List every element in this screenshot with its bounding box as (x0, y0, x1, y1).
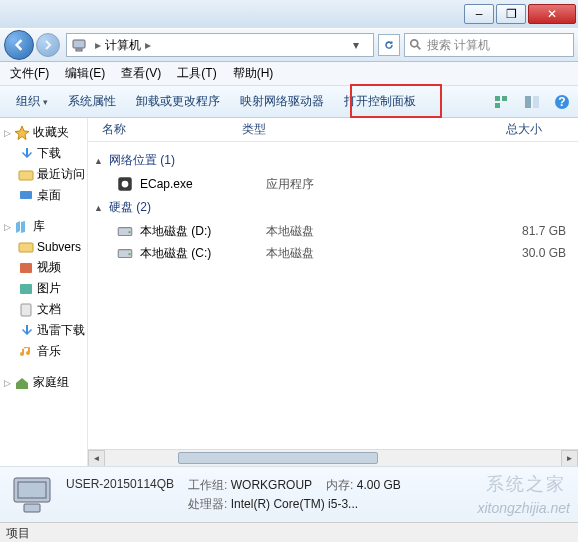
download-icon (18, 323, 34, 339)
breadcrumb-segment[interactable]: 计算机 (105, 37, 141, 54)
details-computer-name: USER-20150114QB (66, 477, 174, 494)
menu-bar: 文件(F) 编辑(E) 查看(V) 工具(T) 帮助(H) (0, 62, 578, 86)
sidebar-item-downloads[interactable]: 下载 (0, 143, 87, 164)
svg-text:?: ? (558, 95, 565, 109)
menu-tools[interactable]: 工具(T) (169, 63, 224, 84)
sidebar-item-desktop[interactable]: 桌面 (0, 185, 87, 206)
column-size[interactable]: 总大小 (422, 121, 542, 138)
svg-rect-4 (495, 96, 500, 101)
close-button[interactable]: ✕ (528, 4, 576, 24)
sidebar-item-pictures[interactable]: 图片 (0, 278, 87, 299)
list-item[interactable]: 本地磁盘 (C:)本地磁盘30.0 GB (88, 242, 578, 264)
chevron-down-icon: ▷ (4, 222, 14, 232)
sidebar-item-xunlei[interactable]: 迅雷下载 (0, 320, 87, 341)
menu-help[interactable]: 帮助(H) (225, 63, 282, 84)
sidebar-item-recent[interactable]: 最近访问 (0, 164, 87, 185)
chevron-down-icon: ▷ (4, 128, 14, 138)
svg-rect-8 (533, 96, 539, 108)
sidebar-favorites[interactable]: ▷ 收藏夹 (0, 122, 87, 143)
breadcrumb-dropdown[interactable]: ▾ (353, 38, 369, 52)
svg-rect-27 (24, 504, 40, 512)
svg-point-24 (128, 253, 130, 255)
uninstall-programs-button[interactable]: 卸载或更改程序 (126, 89, 230, 114)
folder-icon (18, 167, 34, 183)
scroll-thumb[interactable] (178, 452, 378, 464)
library-icon (14, 219, 30, 235)
svg-rect-1 (76, 49, 82, 51)
computer-icon (8, 474, 56, 516)
app-icon (116, 175, 134, 193)
document-icon (18, 302, 34, 318)
svg-point-20 (122, 181, 129, 188)
address-bar-row: ▸ 计算机 ▸ ▾ 搜索 计算机 (0, 28, 578, 62)
window-titlebar: – ❐ ✕ (0, 0, 578, 28)
svg-rect-0 (73, 40, 85, 48)
chevron-down-icon: ▲ (94, 156, 103, 166)
group-header[interactable]: ▲硬盘 (2) (88, 195, 578, 220)
menu-edit[interactable]: 编辑(E) (57, 63, 113, 84)
svg-rect-16 (20, 263, 32, 273)
maximize-button[interactable]: ❐ (496, 4, 526, 24)
search-icon (409, 38, 423, 52)
search-input[interactable]: 搜索 计算机 (404, 33, 574, 57)
help-button[interactable]: ? (552, 92, 572, 112)
svg-marker-14 (21, 221, 25, 233)
menu-view[interactable]: 查看(V) (113, 63, 169, 84)
drive-icon (116, 244, 134, 262)
menu-file[interactable]: 文件(F) (2, 63, 57, 84)
scroll-left-button[interactable]: ◄ (88, 450, 105, 466)
svg-rect-12 (20, 191, 32, 199)
video-icon (18, 260, 34, 276)
svg-rect-17 (20, 284, 32, 294)
music-icon (18, 344, 34, 360)
horizontal-scrollbar[interactable]: ◄ ► (88, 449, 578, 466)
open-control-panel-button[interactable]: 打开控制面板 (334, 89, 426, 114)
drive-icon (116, 222, 134, 240)
forward-button[interactable] (36, 33, 60, 57)
refresh-button[interactable] (378, 34, 400, 56)
status-bar: 项目 (0, 522, 578, 542)
refresh-icon (383, 39, 395, 51)
svg-marker-13 (16, 221, 20, 233)
sidebar-item-music[interactable]: 音乐 (0, 341, 87, 362)
sidebar: ▷ 收藏夹 下载 最近访问 桌面 ▷ 库 Subvers (0, 118, 88, 466)
chevron-down-icon: ▲ (94, 203, 103, 213)
column-name[interactable]: 名称 (102, 121, 242, 138)
system-properties-button[interactable]: 系统属性 (58, 89, 126, 114)
list-item[interactable]: ECap.exe应用程序 (88, 173, 578, 195)
map-network-drive-button[interactable]: 映射网络驱动器 (230, 89, 334, 114)
organize-button[interactable]: 组织 (6, 89, 58, 114)
sidebar-item-subversion[interactable]: Subvers (0, 237, 87, 257)
homegroup-icon (14, 375, 30, 391)
column-headers: 名称 类型 总大小 (88, 118, 578, 142)
svg-rect-18 (21, 304, 31, 316)
star-icon (14, 125, 30, 141)
toolbar: 组织 系统属性 卸载或更改程序 映射网络驱动器 打开控制面板 ? (0, 86, 578, 118)
group-header[interactable]: ▲网络位置 (1) (88, 148, 578, 173)
view-mode-button[interactable] (492, 92, 512, 112)
folder-icon (18, 239, 34, 255)
svg-rect-5 (502, 96, 507, 101)
svg-rect-11 (19, 171, 33, 180)
file-list-pane: 名称 类型 总大小 ▲网络位置 (1)ECap.exe应用程序▲硬盘 (2)本地… (88, 118, 578, 466)
sidebar-item-documents[interactable]: 文档 (0, 299, 87, 320)
minimize-button[interactable]: – (464, 4, 494, 24)
list-item[interactable]: 本地磁盘 (D:)本地磁盘81.7 GB (88, 220, 578, 242)
sidebar-item-videos[interactable]: 视频 (0, 257, 87, 278)
download-icon (18, 146, 34, 162)
back-button[interactable] (4, 30, 34, 60)
sidebar-homegroup[interactable]: ▷ 家庭组 (0, 372, 87, 393)
svg-point-22 (128, 231, 130, 233)
breadcrumb-sep: ▸ (145, 38, 151, 52)
status-label: 项目 (6, 525, 30, 542)
desktop-icon (18, 188, 34, 204)
column-type[interactable]: 类型 (242, 121, 422, 138)
scroll-right-button[interactable]: ► (561, 450, 578, 466)
svg-rect-26 (18, 482, 46, 498)
sidebar-libraries[interactable]: ▷ 库 (0, 216, 87, 237)
breadcrumb[interactable]: ▸ 计算机 ▸ ▾ (66, 33, 374, 57)
picture-icon (18, 281, 34, 297)
svg-rect-7 (525, 96, 531, 108)
computer-icon (71, 37, 87, 53)
preview-pane-button[interactable] (522, 92, 542, 112)
